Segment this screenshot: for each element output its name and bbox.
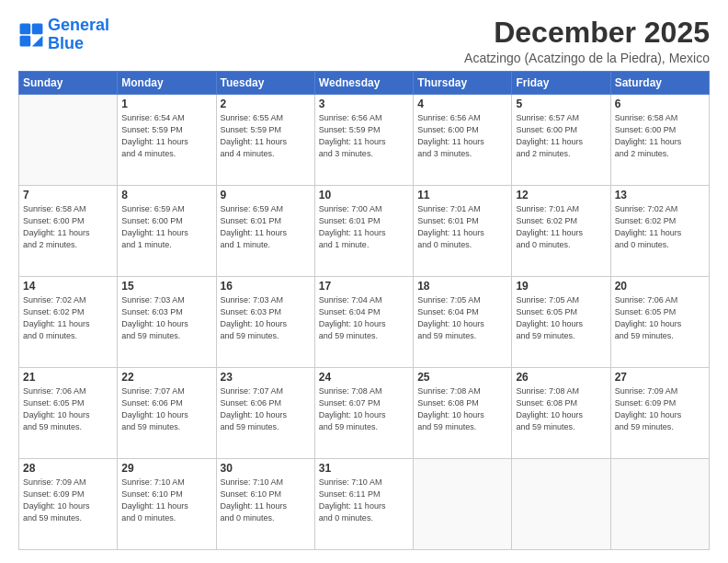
- calendar-cell: 31Sunrise: 7:10 AMSunset: 6:11 PMDayligh…: [314, 459, 413, 550]
- day-number: 11: [417, 189, 507, 201]
- month-title: December 2025: [464, 17, 710, 49]
- calendar-week-row: 1Sunrise: 6:54 AMSunset: 5:59 PMDaylight…: [19, 95, 710, 186]
- calendar-cell: 9Sunrise: 6:59 AMSunset: 6:01 PMDaylight…: [216, 186, 314, 277]
- calendar-cell: 14Sunrise: 7:02 AMSunset: 6:02 PMDayligh…: [19, 277, 118, 368]
- title-section: December 2025 Acatzingo (Acatzingo de la…: [464, 17, 710, 65]
- day-number: 17: [319, 280, 409, 293]
- calendar-cell: 11Sunrise: 7:01 AMSunset: 6:01 PMDayligh…: [414, 186, 512, 277]
- day-info: Sunrise: 7:00 AMSunset: 6:01 PMDaylight:…: [319, 203, 409, 251]
- calendar-cell: 28Sunrise: 7:09 AMSunset: 6:09 PMDayligh…: [19, 459, 118, 550]
- calendar-week-row: 14Sunrise: 7:02 AMSunset: 6:02 PMDayligh…: [19, 277, 710, 368]
- svg-rect-1: [32, 23, 43, 34]
- day-number: 15: [121, 280, 211, 293]
- day-number: 29: [121, 462, 211, 475]
- day-number: 3: [319, 98, 409, 110]
- calendar-cell: 25Sunrise: 7:08 AMSunset: 6:08 PMDayligh…: [414, 368, 512, 459]
- day-number: 6: [615, 98, 705, 110]
- day-number: 21: [23, 371, 113, 384]
- day-info: Sunrise: 7:10 AMSunset: 6:10 PMDaylight:…: [121, 477, 211, 524]
- svg-rect-0: [20, 23, 31, 34]
- day-info: Sunrise: 7:10 AMSunset: 6:11 PMDaylight:…: [319, 477, 409, 524]
- day-number: 31: [319, 462, 409, 475]
- logo-icon: [18, 22, 44, 48]
- calendar-cell: 6Sunrise: 6:58 AMSunset: 6:00 PMDaylight…: [610, 95, 709, 186]
- calendar-week-row: 28Sunrise: 7:09 AMSunset: 6:09 PMDayligh…: [19, 459, 710, 550]
- day-info: Sunrise: 7:03 AMSunset: 6:03 PMDaylight:…: [121, 294, 211, 342]
- calendar-cell: 24Sunrise: 7:08 AMSunset: 6:07 PMDayligh…: [314, 368, 413, 459]
- day-number: 14: [23, 280, 113, 293]
- calendar-cell: 20Sunrise: 7:06 AMSunset: 6:05 PMDayligh…: [610, 277, 709, 368]
- day-info: Sunrise: 6:58 AMSunset: 6:00 PMDaylight:…: [615, 112, 705, 160]
- day-info: Sunrise: 7:06 AMSunset: 6:05 PMDaylight:…: [23, 385, 113, 433]
- day-info: Sunrise: 7:01 AMSunset: 6:01 PMDaylight:…: [417, 203, 507, 251]
- day-info: Sunrise: 7:08 AMSunset: 6:08 PMDaylight:…: [417, 385, 507, 433]
- day-number: 2: [221, 98, 311, 110]
- day-info: Sunrise: 6:58 AMSunset: 6:00 PMDaylight:…: [23, 203, 113, 251]
- calendar-cell: 21Sunrise: 7:06 AMSunset: 6:05 PMDayligh…: [19, 368, 118, 459]
- day-info: Sunrise: 7:08 AMSunset: 6:07 PMDaylight:…: [319, 385, 409, 433]
- calendar-cell: 8Sunrise: 6:59 AMSunset: 6:00 PMDaylight…: [118, 186, 216, 277]
- day-number: 13: [615, 189, 705, 201]
- calendar-cell: 12Sunrise: 7:01 AMSunset: 6:02 PMDayligh…: [512, 186, 610, 277]
- day-info: Sunrise: 6:56 AMSunset: 5:59 PMDaylight:…: [319, 112, 409, 160]
- calendar-cell: 30Sunrise: 7:10 AMSunset: 6:10 PMDayligh…: [216, 459, 314, 550]
- day-info: Sunrise: 6:57 AMSunset: 6:00 PMDaylight:…: [516, 112, 606, 160]
- day-number: 30: [221, 462, 311, 475]
- calendar-header-thursday: Thursday: [414, 72, 512, 95]
- logo-line1: General: [48, 16, 109, 34]
- calendar-cell: 3Sunrise: 6:56 AMSunset: 5:59 PMDaylight…: [314, 95, 413, 186]
- calendar-cell: 22Sunrise: 7:07 AMSunset: 6:06 PMDayligh…: [118, 368, 216, 459]
- day-info: Sunrise: 6:56 AMSunset: 6:00 PMDaylight:…: [417, 112, 507, 160]
- day-number: 24: [319, 371, 409, 384]
- logo: General Blue: [18, 17, 109, 53]
- day-number: 4: [417, 98, 507, 110]
- calendar-cell: 15Sunrise: 7:03 AMSunset: 6:03 PMDayligh…: [118, 277, 216, 368]
- day-info: Sunrise: 7:04 AMSunset: 6:04 PMDaylight:…: [319, 294, 409, 342]
- day-info: Sunrise: 6:59 AMSunset: 6:00 PMDaylight:…: [121, 203, 211, 251]
- calendar-cell: 7Sunrise: 6:58 AMSunset: 6:00 PMDaylight…: [19, 186, 118, 277]
- calendar-cell: 10Sunrise: 7:00 AMSunset: 6:01 PMDayligh…: [314, 186, 413, 277]
- calendar-cell: 13Sunrise: 7:02 AMSunset: 6:02 PMDayligh…: [610, 186, 709, 277]
- day-number: 10: [319, 189, 409, 201]
- day-number: 18: [417, 280, 507, 293]
- day-number: 8: [121, 189, 211, 201]
- calendar-cell: 5Sunrise: 6:57 AMSunset: 6:00 PMDaylight…: [512, 95, 610, 186]
- day-number: 12: [516, 189, 606, 201]
- day-info: Sunrise: 7:07 AMSunset: 6:06 PMDaylight:…: [221, 385, 311, 433]
- calendar-cell: [512, 459, 610, 550]
- calendar-cell: 16Sunrise: 7:03 AMSunset: 6:03 PMDayligh…: [216, 277, 314, 368]
- calendar-week-row: 7Sunrise: 6:58 AMSunset: 6:00 PMDaylight…: [19, 186, 710, 277]
- day-number: 27: [615, 371, 705, 384]
- logo-text: General Blue: [48, 17, 109, 53]
- day-info: Sunrise: 7:02 AMSunset: 6:02 PMDaylight:…: [23, 294, 113, 342]
- calendar-cell: 27Sunrise: 7:09 AMSunset: 6:09 PMDayligh…: [610, 368, 709, 459]
- day-info: Sunrise: 7:10 AMSunset: 6:10 PMDaylight:…: [221, 477, 311, 524]
- calendar-cell: [610, 459, 709, 550]
- day-info: Sunrise: 7:05 AMSunset: 6:04 PMDaylight:…: [417, 294, 507, 342]
- calendar-cell: [19, 95, 118, 186]
- location-title: Acatzingo (Acatzingo de la Piedra), Mexi…: [464, 51, 710, 65]
- day-info: Sunrise: 7:05 AMSunset: 6:05 PMDaylight:…: [516, 294, 606, 342]
- calendar-cell: 18Sunrise: 7:05 AMSunset: 6:04 PMDayligh…: [414, 277, 512, 368]
- day-number: 20: [615, 280, 705, 293]
- calendar-cell: 2Sunrise: 6:55 AMSunset: 5:59 PMDaylight…: [216, 95, 314, 186]
- day-info: Sunrise: 7:06 AMSunset: 6:05 PMDaylight:…: [615, 294, 705, 342]
- calendar-cell: [414, 459, 512, 550]
- day-info: Sunrise: 7:02 AMSunset: 6:02 PMDaylight:…: [615, 203, 705, 251]
- calendar-cell: 1Sunrise: 6:54 AMSunset: 5:59 PMDaylight…: [118, 95, 216, 186]
- calendar-header-saturday: Saturday: [610, 72, 709, 95]
- svg-rect-2: [20, 36, 31, 47]
- calendar-cell: 26Sunrise: 7:08 AMSunset: 6:08 PMDayligh…: [512, 368, 610, 459]
- day-number: 19: [516, 280, 606, 293]
- day-number: 9: [221, 189, 311, 201]
- calendar-cell: 23Sunrise: 7:07 AMSunset: 6:06 PMDayligh…: [216, 368, 314, 459]
- calendar-header-monday: Monday: [118, 72, 216, 95]
- day-number: 7: [23, 189, 113, 201]
- calendar-cell: 17Sunrise: 7:04 AMSunset: 6:04 PMDayligh…: [314, 277, 413, 368]
- day-info: Sunrise: 7:09 AMSunset: 6:09 PMDaylight:…: [615, 385, 705, 433]
- day-number: 25: [417, 371, 507, 384]
- day-info: Sunrise: 6:55 AMSunset: 5:59 PMDaylight:…: [221, 112, 311, 160]
- day-info: Sunrise: 6:54 AMSunset: 5:59 PMDaylight:…: [121, 112, 211, 160]
- day-info: Sunrise: 7:01 AMSunset: 6:02 PMDaylight:…: [516, 203, 606, 251]
- calendar-cell: 29Sunrise: 7:10 AMSunset: 6:10 PMDayligh…: [118, 459, 216, 550]
